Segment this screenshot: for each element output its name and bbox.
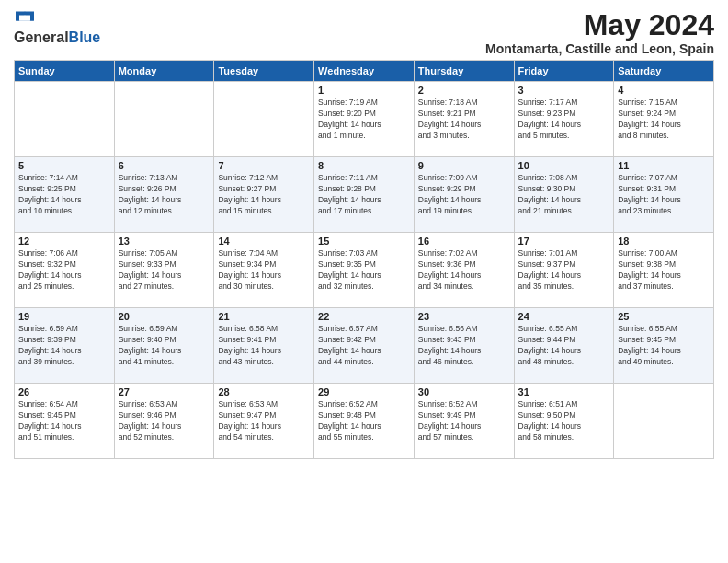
day-number: 29: [318, 386, 410, 397]
calendar-week-row: 5Sunrise: 7:14 AM Sunset: 9:25 PM Daylig…: [15, 157, 714, 233]
day-info: Sunrise: 6:53 AM Sunset: 9:46 PM Dayligh…: [119, 399, 210, 443]
calendar-cell: 20Sunrise: 6:59 AM Sunset: 9:40 PM Dayli…: [114, 308, 214, 384]
day-number: 30: [418, 386, 510, 397]
day-number: 11: [618, 160, 710, 171]
day-info: Sunrise: 6:53 AM Sunset: 9:47 PM Dayligh…: [218, 399, 310, 443]
day-info: Sunrise: 6:59 AM Sunset: 9:40 PM Dayligh…: [119, 324, 210, 368]
page-container: General Blue May 2024 Montamarta, Castil…: [0, 0, 728, 468]
logo-block: General Blue: [14, 9, 100, 46]
calendar-cell: 13Sunrise: 7:05 AM Sunset: 9:33 PM Dayli…: [114, 233, 214, 308]
calendar-cell: 16Sunrise: 7:02 AM Sunset: 9:36 PM Dayli…: [414, 233, 514, 308]
calendar-cell: 14Sunrise: 7:04 AM Sunset: 9:34 PM Dayli…: [214, 233, 314, 308]
calendar-cell: 9Sunrise: 7:09 AM Sunset: 9:29 PM Daylig…: [414, 157, 514, 233]
day-info: Sunrise: 7:17 AM Sunset: 9:23 PM Dayligh…: [518, 98, 610, 142]
day-info: Sunrise: 6:51 AM Sunset: 9:50 PM Dayligh…: [518, 399, 610, 443]
calendar-cell: 19Sunrise: 6:59 AM Sunset: 9:39 PM Dayli…: [15, 308, 115, 384]
col-sunday: Sunday: [15, 61, 115, 82]
day-info: Sunrise: 7:00 AM Sunset: 9:38 PM Dayligh…: [618, 248, 710, 293]
calendar-cell: 1Sunrise: 7:19 AM Sunset: 9:20 PM Daylig…: [314, 82, 415, 157]
calendar-cell: 22Sunrise: 6:57 AM Sunset: 9:42 PM Dayli…: [314, 308, 415, 384]
calendar-cell: 28Sunrise: 6:53 AM Sunset: 9:47 PM Dayli…: [214, 384, 314, 459]
calendar-week-row: 26Sunrise: 6:54 AM Sunset: 9:45 PM Dayli…: [15, 384, 714, 459]
calendar-cell: 2Sunrise: 7:18 AM Sunset: 9:21 PM Daylig…: [414, 82, 514, 157]
calendar-cell: 7Sunrise: 7:12 AM Sunset: 9:27 PM Daylig…: [214, 157, 314, 233]
day-info: Sunrise: 7:01 AM Sunset: 9:37 PM Dayligh…: [518, 248, 610, 293]
day-number: 23: [418, 311, 510, 322]
col-friday: Friday: [514, 61, 614, 82]
calendar-cell: 26Sunrise: 6:54 AM Sunset: 9:45 PM Dayli…: [15, 384, 115, 459]
day-info: Sunrise: 7:07 AM Sunset: 9:31 PM Dayligh…: [618, 173, 710, 217]
calendar-cell: 3Sunrise: 7:17 AM Sunset: 9:23 PM Daylig…: [514, 82, 614, 157]
day-number: 28: [218, 386, 310, 397]
day-number: 8: [318, 160, 410, 171]
calendar-cell: 18Sunrise: 7:00 AM Sunset: 9:38 PM Dayli…: [614, 233, 714, 308]
day-info: Sunrise: 6:54 AM Sunset: 9:45 PM Dayligh…: [18, 399, 110, 443]
calendar-cell: 30Sunrise: 6:52 AM Sunset: 9:49 PM Dayli…: [414, 384, 514, 459]
header: General Blue May 2024 Montamarta, Castil…: [14, 9, 714, 56]
day-number: 19: [18, 311, 110, 322]
calendar-table: Sunday Monday Tuesday Wednesday Thursday…: [14, 60, 714, 459]
day-info: Sunrise: 7:19 AM Sunset: 9:20 PM Dayligh…: [318, 98, 410, 142]
header-row: Sunday Monday Tuesday Wednesday Thursday…: [15, 61, 714, 82]
day-number: 7: [218, 160, 310, 171]
day-number: 17: [518, 236, 610, 247]
day-number: 14: [218, 236, 310, 247]
day-number: 27: [119, 386, 210, 397]
calendar-header: Sunday Monday Tuesday Wednesday Thursday…: [15, 61, 714, 82]
calendar-cell: [15, 82, 115, 157]
day-info: Sunrise: 6:52 AM Sunset: 9:49 PM Dayligh…: [418, 399, 510, 443]
day-number: 5: [18, 160, 110, 171]
day-number: 9: [418, 160, 510, 171]
calendar-cell: 8Sunrise: 7:11 AM Sunset: 9:28 PM Daylig…: [314, 157, 415, 233]
day-info: Sunrise: 7:06 AM Sunset: 9:32 PM Dayligh…: [18, 248, 110, 293]
logo-general: General: [14, 29, 69, 46]
calendar-cell: 25Sunrise: 6:55 AM Sunset: 9:45 PM Dayli…: [614, 308, 714, 384]
day-info: Sunrise: 7:04 AM Sunset: 9:34 PM Dayligh…: [218, 248, 310, 293]
day-number: 18: [618, 236, 710, 247]
day-info: Sunrise: 6:56 AM Sunset: 9:43 PM Dayligh…: [418, 324, 510, 368]
day-number: 6: [119, 160, 210, 171]
calendar-cell: 4Sunrise: 7:15 AM Sunset: 9:24 PM Daylig…: [614, 82, 714, 157]
day-number: 31: [518, 386, 610, 397]
calendar-cell: 27Sunrise: 6:53 AM Sunset: 9:46 PM Dayli…: [114, 384, 214, 459]
day-number: 10: [518, 160, 610, 171]
day-info: Sunrise: 6:55 AM Sunset: 9:45 PM Dayligh…: [618, 324, 710, 368]
calendar-cell: 11Sunrise: 7:07 AM Sunset: 9:31 PM Dayli…: [614, 157, 714, 233]
calendar-cell: [614, 384, 714, 459]
day-number: 4: [618, 85, 710, 96]
day-info: Sunrise: 7:02 AM Sunset: 9:36 PM Dayligh…: [418, 248, 510, 293]
calendar-cell: 21Sunrise: 6:58 AM Sunset: 9:41 PM Dayli…: [214, 308, 314, 384]
col-saturday: Saturday: [614, 61, 714, 82]
day-info: Sunrise: 7:18 AM Sunset: 9:21 PM Dayligh…: [418, 98, 510, 142]
day-info: Sunrise: 7:03 AM Sunset: 9:35 PM Dayligh…: [318, 248, 410, 293]
day-number: 3: [518, 85, 610, 96]
day-info: Sunrise: 7:14 AM Sunset: 9:25 PM Dayligh…: [18, 173, 110, 217]
calendar-cell: 6Sunrise: 7:13 AM Sunset: 9:26 PM Daylig…: [114, 157, 214, 233]
day-number: 25: [618, 311, 710, 322]
logo-blue: Blue: [69, 29, 101, 46]
logo: General Blue: [14, 9, 100, 46]
calendar-cell: 15Sunrise: 7:03 AM Sunset: 9:35 PM Dayli…: [314, 233, 415, 308]
day-number: 12: [18, 236, 110, 247]
location-title: Montamarta, Castille and Leon, Spain: [485, 41, 714, 56]
calendar-cell: 31Sunrise: 6:51 AM Sunset: 9:50 PM Dayli…: [514, 384, 614, 459]
calendar-week-row: 19Sunrise: 6:59 AM Sunset: 9:39 PM Dayli…: [15, 308, 714, 384]
day-number: 1: [318, 85, 410, 96]
calendar-week-row: 1Sunrise: 7:19 AM Sunset: 9:20 PM Daylig…: [15, 82, 714, 157]
day-number: 15: [318, 236, 410, 247]
day-info: Sunrise: 7:09 AM Sunset: 9:29 PM Dayligh…: [418, 173, 510, 217]
calendar-cell: 23Sunrise: 6:56 AM Sunset: 9:43 PM Dayli…: [414, 308, 514, 384]
calendar-cell: 12Sunrise: 7:06 AM Sunset: 9:32 PM Dayli…: [15, 233, 115, 308]
calendar-cell: 17Sunrise: 7:01 AM Sunset: 9:37 PM Dayli…: [514, 233, 614, 308]
calendar-cell: [214, 82, 314, 157]
day-info: Sunrise: 7:13 AM Sunset: 9:26 PM Dayligh…: [119, 173, 210, 217]
day-number: 26: [18, 386, 110, 397]
day-number: 16: [418, 236, 510, 247]
calendar-cell: 29Sunrise: 6:52 AM Sunset: 9:48 PM Dayli…: [314, 384, 415, 459]
calendar-body: 1Sunrise: 7:19 AM Sunset: 9:20 PM Daylig…: [15, 82, 714, 459]
col-thursday: Thursday: [414, 61, 514, 82]
calendar-cell: 10Sunrise: 7:08 AM Sunset: 9:30 PM Dayli…: [514, 157, 614, 233]
day-info: Sunrise: 7:05 AM Sunset: 9:33 PM Dayligh…: [119, 248, 210, 293]
day-info: Sunrise: 7:12 AM Sunset: 9:27 PM Dayligh…: [218, 173, 310, 217]
day-info: Sunrise: 7:11 AM Sunset: 9:28 PM Dayligh…: [318, 173, 410, 217]
